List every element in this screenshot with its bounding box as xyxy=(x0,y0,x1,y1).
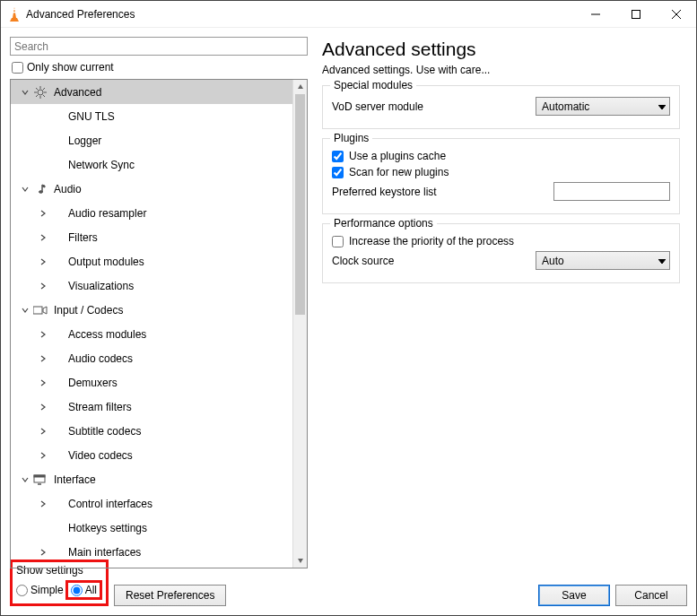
category-tree: AdvancedGNU TLSLoggerNetwork SyncAudioAu… xyxy=(10,79,308,568)
keystore-input[interactable] xyxy=(553,182,670,201)
tree-spacer xyxy=(36,521,50,535)
legend-special-modules: Special modules xyxy=(330,79,416,91)
legend-plugins: Plugins xyxy=(330,132,372,144)
chevron-right-icon[interactable] xyxy=(36,255,50,269)
chevron-right-icon[interactable] xyxy=(36,230,50,245)
tree-item-gnu-tls[interactable]: GNU TLS xyxy=(11,104,292,128)
scroll-up-button[interactable] xyxy=(293,80,307,94)
chevron-right-icon[interactable] xyxy=(36,279,50,293)
tree-item-label: Output modules xyxy=(68,256,144,268)
svg-rect-21 xyxy=(34,475,45,477)
scan-new-plugins-label: Scan for new plugins xyxy=(349,166,449,178)
cancel-button[interactable]: Cancel xyxy=(615,585,687,606)
tree-item-label: Access modules xyxy=(68,328,146,341)
chevron-right-icon[interactable] xyxy=(36,497,50,511)
use-plugins-cache-checkbox[interactable] xyxy=(332,151,344,162)
titlebar: Advanced Preferences xyxy=(1,1,696,28)
tree-item-main-if[interactable]: Main interfaces xyxy=(11,540,292,564)
chevron-down-icon xyxy=(658,100,666,113)
tree-scrollbar[interactable] xyxy=(292,80,307,568)
chevron-right-icon[interactable] xyxy=(36,400,50,414)
maximize-button[interactable] xyxy=(615,1,656,28)
search-input[interactable] xyxy=(10,37,308,56)
chevron-right-icon[interactable] xyxy=(36,351,50,366)
tree-item-label: Subtitle codecs xyxy=(68,425,141,438)
tree-item-control-if[interactable]: Control interfaces xyxy=(11,491,292,516)
iface-icon xyxy=(32,472,48,488)
tree-item-interface[interactable]: Interface xyxy=(11,467,292,491)
tree-item-access-modules[interactable]: Access modules xyxy=(11,322,292,346)
codec-icon xyxy=(32,302,48,318)
tree-item-label: Audio codecs xyxy=(68,352,133,365)
tree-item-label: Hotkeys settings xyxy=(68,522,147,534)
chevron-down-icon[interactable] xyxy=(18,85,32,100)
chevron-right-icon[interactable] xyxy=(36,448,50,463)
scan-new-plugins-checkbox[interactable] xyxy=(332,167,344,178)
tree-item-network-sync[interactable]: Network Sync xyxy=(11,152,292,177)
increase-priority-checkbox[interactable] xyxy=(332,236,344,247)
cancel-label: Cancel xyxy=(634,589,667,602)
clock-source-combo[interactable]: Auto xyxy=(536,251,670,270)
svg-point-8 xyxy=(38,90,43,95)
tree-item-audio-resampler[interactable]: Audio resampler xyxy=(11,201,292,225)
chevron-right-icon[interactable] xyxy=(36,545,50,560)
tree-item-demuxers[interactable]: Demuxers xyxy=(11,370,292,395)
group-plugins: Plugins Use a plugins cache Scan for new… xyxy=(322,138,680,214)
only-show-current-row: Only show current xyxy=(10,56,308,79)
tree-item-label: Video codecs xyxy=(68,449,133,462)
tree-item-output-modules[interactable]: Output modules xyxy=(11,249,292,273)
save-button[interactable]: Save xyxy=(538,585,610,606)
chevron-down-icon[interactable] xyxy=(18,182,32,196)
chevron-right-icon[interactable] xyxy=(36,424,50,438)
radio-all[interactable]: All xyxy=(65,580,102,600)
radio-simple-input[interactable] xyxy=(16,585,28,596)
increase-priority-label: Increase the priority of the process xyxy=(349,235,514,247)
vod-server-combo[interactable]: Automatic xyxy=(536,97,670,116)
footer: Show settings Simple All Reset Preferenc… xyxy=(1,568,696,615)
tree-item-audio-codecs[interactable]: Audio codecs xyxy=(11,346,292,370)
close-button[interactable] xyxy=(656,1,696,28)
tree-item-hotkeys[interactable]: Hotkeys settings xyxy=(11,516,292,540)
radio-all-input[interactable] xyxy=(71,585,83,596)
chevron-right-icon[interactable] xyxy=(36,376,50,390)
chevron-right-icon[interactable] xyxy=(36,206,50,221)
svg-point-17 xyxy=(39,190,43,193)
tree-spacer xyxy=(36,109,50,124)
audio-icon xyxy=(32,181,48,197)
svg-line-16 xyxy=(36,95,38,97)
scroll-thumb[interactable] xyxy=(295,94,305,315)
tree-item-label: Filters xyxy=(68,231,98,244)
tree-item-visualizations[interactable]: Visualizations xyxy=(11,273,292,298)
chevron-down-icon[interactable] xyxy=(18,303,32,317)
svg-marker-25 xyxy=(658,105,666,109)
keystore-label: Preferred keystore list xyxy=(332,186,553,198)
tree-item-logger[interactable]: Logger xyxy=(11,128,292,152)
reset-preferences-button[interactable]: Reset Preferences xyxy=(114,585,226,606)
tree-item-input-codecs[interactable]: Input / Codecs xyxy=(11,298,292,322)
tree-item-subtitle-codecs[interactable]: Subtitle codecs xyxy=(11,419,292,443)
window-title: Advanced Preferences xyxy=(26,8,135,21)
tree-item-label: Audio resampler xyxy=(68,207,146,220)
chevron-right-icon[interactable] xyxy=(36,327,50,342)
vlc-icon xyxy=(8,7,21,22)
svg-rect-5 xyxy=(632,10,640,18)
legend-performance: Performance options xyxy=(330,217,437,230)
only-show-current-checkbox[interactable] xyxy=(12,62,23,74)
tree-item-label: Logger xyxy=(68,134,101,147)
page-title: Advanced settings xyxy=(322,39,680,60)
page-subtitle: Advanced settings. Use with care... xyxy=(322,64,680,76)
tree-item-label: Advanced xyxy=(54,86,101,99)
tree-spacer xyxy=(36,158,50,172)
tree-item-video-codecs[interactable]: Video codecs xyxy=(11,443,292,467)
tree-item-audio[interactable]: Audio xyxy=(11,177,292,201)
tree-item-label: GNU TLS xyxy=(68,110,115,123)
tree-item-filters[interactable]: Filters xyxy=(11,225,292,249)
chevron-down-icon[interactable] xyxy=(18,473,32,487)
minimize-button[interactable] xyxy=(575,1,615,28)
tree-item-stream-filters[interactable]: Stream filters xyxy=(11,395,292,419)
scroll-down-button[interactable] xyxy=(293,553,307,568)
tree-item-label: Network Sync xyxy=(68,159,135,171)
reset-preferences-label: Reset Preferences xyxy=(126,589,214,602)
radio-simple[interactable]: Simple xyxy=(16,584,64,596)
tree-item-advanced[interactable]: Advanced xyxy=(11,80,292,104)
